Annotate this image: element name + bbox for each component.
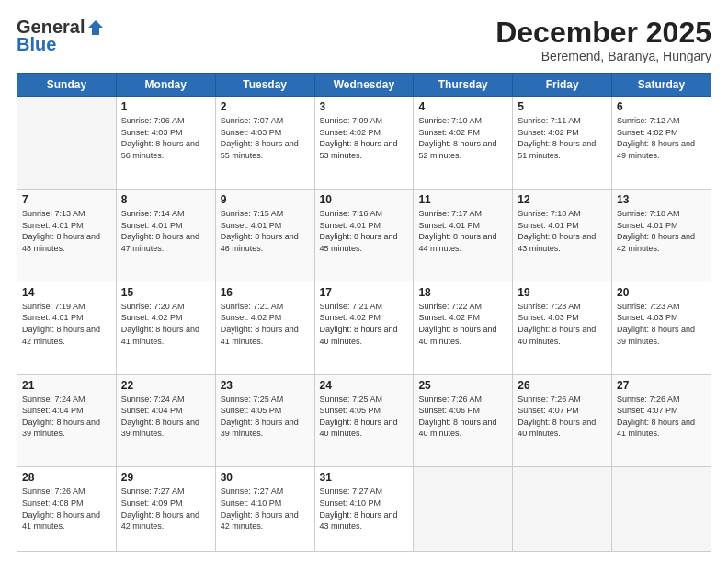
table-row: 31 Sunrise: 7:27 AM Sunset: 4:10 PM Dayl…	[314, 467, 414, 552]
table-row: 6 Sunrise: 7:12 AM Sunset: 4:02 PM Dayli…	[612, 97, 711, 190]
table-row: 17 Sunrise: 7:21 AM Sunset: 4:02 PM Dayl…	[314, 282, 414, 374]
table-row: 7 Sunrise: 7:13 AM Sunset: 4:01 PM Dayli…	[17, 189, 117, 282]
calendar-table: Sunday Monday Tuesday Wednesday Thursday…	[17, 73, 711, 552]
header: General Blue December 2025 Beremend, Bar…	[17, 17, 711, 63]
table-row: 18 Sunrise: 7:22 AM Sunset: 4:02 PM Dayl…	[414, 282, 513, 374]
table-row	[17, 97, 117, 190]
table-row	[612, 467, 711, 552]
title-block: December 2025 Beremend, Baranya, Hungary	[495, 17, 711, 63]
table-row: 3 Sunrise: 7:09 AM Sunset: 4:02 PM Dayli…	[314, 97, 414, 190]
table-row: 16 Sunrise: 7:21 AM Sunset: 4:02 PM Dayl…	[215, 282, 314, 374]
table-row: 29 Sunrise: 7:27 AM Sunset: 4:09 PM Dayl…	[116, 467, 215, 552]
table-row: 4 Sunrise: 7:10 AM Sunset: 4:02 PM Dayli…	[414, 97, 513, 190]
table-row: 27 Sunrise: 7:26 AM Sunset: 4:07 PM Dayl…	[612, 374, 711, 467]
month-title: December 2025	[495, 17, 711, 49]
table-row: 28 Sunrise: 7:26 AM Sunset: 4:08 PM Dayl…	[17, 467, 117, 552]
svg-marker-0	[88, 20, 103, 35]
table-row: 5 Sunrise: 7:11 AM Sunset: 4:02 PM Dayli…	[513, 97, 612, 190]
location: Beremend, Baranya, Hungary	[495, 49, 711, 63]
table-row: 22 Sunrise: 7:24 AM Sunset: 4:04 PM Dayl…	[116, 374, 215, 467]
col-sunday: Sunday	[17, 74, 117, 97]
table-row: 14 Sunrise: 7:19 AM Sunset: 4:01 PM Dayl…	[17, 282, 117, 374]
table-row: 13 Sunrise: 7:18 AM Sunset: 4:01 PM Dayl…	[612, 189, 711, 282]
table-row: 1 Sunrise: 7:06 AM Sunset: 4:03 PM Dayli…	[116, 97, 215, 190]
table-row: 8 Sunrise: 7:14 AM Sunset: 4:01 PM Dayli…	[116, 189, 215, 282]
col-tuesday: Tuesday	[215, 74, 314, 97]
table-row	[414, 467, 513, 552]
table-row: 9 Sunrise: 7:15 AM Sunset: 4:01 PM Dayli…	[215, 189, 314, 282]
table-row: 30 Sunrise: 7:27 AM Sunset: 4:10 PM Dayl…	[215, 467, 314, 552]
table-row: 10 Sunrise: 7:16 AM Sunset: 4:01 PM Dayl…	[314, 189, 414, 282]
table-row: 23 Sunrise: 7:25 AM Sunset: 4:05 PM Dayl…	[215, 374, 314, 467]
table-row: 20 Sunrise: 7:23 AM Sunset: 4:03 PM Dayl…	[612, 282, 711, 374]
table-row: 11 Sunrise: 7:17 AM Sunset: 4:01 PM Dayl…	[414, 189, 513, 282]
table-row: 24 Sunrise: 7:25 AM Sunset: 4:05 PM Dayl…	[314, 374, 414, 467]
table-row: 12 Sunrise: 7:18 AM Sunset: 4:01 PM Dayl…	[513, 189, 612, 282]
logo: General Blue	[17, 17, 105, 55]
col-monday: Monday	[116, 74, 215, 97]
table-row: 15 Sunrise: 7:20 AM Sunset: 4:02 PM Dayl…	[116, 282, 215, 374]
col-saturday: Saturday	[612, 74, 711, 97]
header-row: Sunday Monday Tuesday Wednesday Thursday…	[17, 74, 711, 97]
logo-blue: Blue	[17, 34, 56, 55]
table-row: 25 Sunrise: 7:26 AM Sunset: 4:06 PM Dayl…	[414, 374, 513, 467]
col-wednesday: Wednesday	[314, 74, 414, 97]
table-row	[513, 467, 612, 552]
page: General Blue December 2025 Beremend, Bar…	[0, 0, 728, 563]
table-row: 26 Sunrise: 7:26 AM Sunset: 4:07 PM Dayl…	[513, 374, 612, 467]
table-row: 2 Sunrise: 7:07 AM Sunset: 4:03 PM Dayli…	[215, 97, 314, 190]
table-row: 19 Sunrise: 7:23 AM Sunset: 4:03 PM Dayl…	[513, 282, 612, 374]
col-thursday: Thursday	[414, 74, 513, 97]
logo-icon	[86, 18, 105, 37]
table-row: 21 Sunrise: 7:24 AM Sunset: 4:04 PM Dayl…	[17, 374, 117, 467]
col-friday: Friday	[513, 74, 612, 97]
